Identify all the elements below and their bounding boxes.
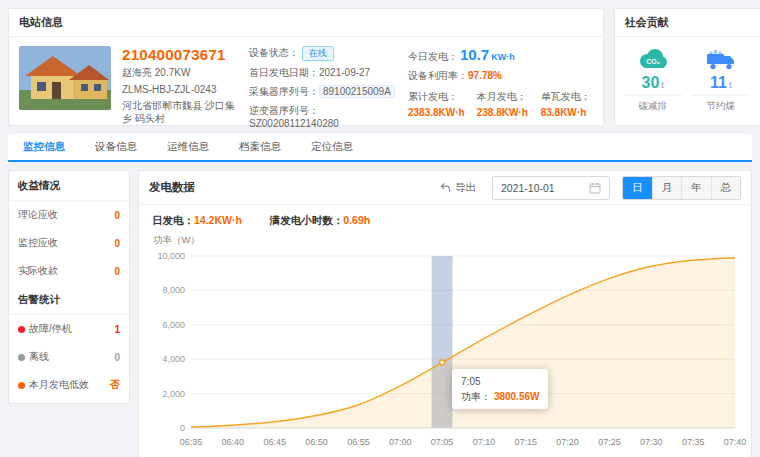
social-value: 30t xyxy=(624,74,682,92)
station-address: 河北省邯郸市魏县 沙口集乡 码头村 xyxy=(122,100,238,125)
tabs: 监控信息设备信息运维信息档案信息定位信息 xyxy=(8,134,752,162)
period-button-日[interactable]: 日 xyxy=(623,177,652,199)
tab-运维信息[interactable]: 运维信息 xyxy=(152,134,224,160)
svg-text:07:30: 07:30 xyxy=(640,437,663,447)
chart-area: 02,0004,0006,0008,00010,00006:3506:4006:… xyxy=(145,248,749,454)
today-gen-unit: KW·h xyxy=(491,52,515,62)
side-item-label: 本月发电低效 xyxy=(29,378,110,392)
status-dot-icon xyxy=(18,354,25,361)
social-unit: t xyxy=(661,80,664,90)
content-row: 收益情况理论应收0监控应收0实际收款0告警统计故障/停机1离线0本月发电低效否 … xyxy=(8,170,752,457)
power-curve-chart[interactable]: 02,0004,0006,0008,00010,00006:3506:4006:… xyxy=(145,248,749,452)
today-gen-value: 10.7 xyxy=(460,46,489,63)
station-status-col: 设备状态： 在线 首日发电日期：2021-09-27 采集器序列号：891002… xyxy=(249,46,397,129)
svg-text:07:15: 07:15 xyxy=(515,437,538,447)
status-dot-icon xyxy=(18,382,25,389)
svg-text:6,000: 6,000 xyxy=(162,320,185,330)
svg-text:06:50: 06:50 xyxy=(305,437,328,447)
side-item-value: 0 xyxy=(114,352,120,363)
social-item-0: CO₂30t碳减排 xyxy=(624,46,682,113)
chart-stat-0: 日发电：14.2KW·h xyxy=(152,214,242,228)
svg-text:07:05: 07:05 xyxy=(431,437,454,447)
station-identity: 210400073671 赵海亮 20.7KW ZLMS-HBJ-ZJL-024… xyxy=(122,46,238,129)
generation-total-label: 本月发电： xyxy=(477,90,529,104)
side-item-label: 离线 xyxy=(29,350,114,364)
chart-stat-label: 满发电小时数： xyxy=(270,214,344,226)
svg-text:07:25: 07:25 xyxy=(598,437,621,447)
svg-text:07:35: 07:35 xyxy=(682,437,705,447)
chart-header: 发电数据 导出 2021-10-01 日月年总 xyxy=(139,171,751,205)
period-button-月[interactable]: 月 xyxy=(652,177,682,199)
export-icon xyxy=(440,182,451,193)
svg-text:07:10: 07:10 xyxy=(473,437,496,447)
tab-监控信息[interactable]: 监控信息 xyxy=(8,134,80,160)
status-badge: 在线 xyxy=(302,46,334,61)
side-item-1-2: 本月发电低效否 xyxy=(9,371,129,399)
social-panel-title: 社会贡献 xyxy=(615,9,760,37)
social-value: 11t xyxy=(692,74,750,92)
station-owner: 赵海亮 20.7KW xyxy=(122,67,238,80)
first-gen-row: 首日发电日期：2021-09-27 xyxy=(249,66,397,80)
period-toggle: 日月年总 xyxy=(622,176,741,200)
station-info-panel: 电站信息 xyxy=(8,8,604,126)
station-panel-title: 电站信息 xyxy=(9,9,603,37)
social-unit: t xyxy=(729,80,732,90)
side-panel: 收益情况理论应收0监控应收0实际收款0告警统计故障/停机1离线0本月发电低效否 xyxy=(8,170,130,404)
y-axis-title: 功率（W） xyxy=(139,230,751,248)
today-gen-row: 今日发电：10.7KW·h xyxy=(408,46,593,64)
collector-row: 采集器序列号：89100215009A xyxy=(249,85,397,99)
svg-text:8,000: 8,000 xyxy=(162,285,185,295)
chart-stat-value: 0.69h xyxy=(343,214,370,226)
svg-text:06:55: 06:55 xyxy=(347,437,370,447)
tab-设备信息[interactable]: 设备信息 xyxy=(80,134,152,160)
device-status-row: 设备状态： 在线 xyxy=(249,46,397,61)
social-contribution-panel: 社会贡献 CO₂30t碳减排11t节约煤SO₂20t硫减排 xyxy=(614,8,760,126)
inverter-label: 逆变器序列号： xyxy=(249,105,319,116)
svg-text:06:40: 06:40 xyxy=(222,437,245,447)
chart-title: 发电数据 xyxy=(149,180,195,195)
export-button[interactable]: 导出 xyxy=(440,181,476,195)
station-model: ZLMS-HBJ-ZJL-0243 xyxy=(122,84,238,97)
chart-stat-label: 日发电： xyxy=(152,214,194,226)
svg-text:CO₂: CO₂ xyxy=(646,58,660,65)
generation-totals: 累计发电：2383.8KW·h本月发电：238.8KW·h单瓦发电：83.8KW… xyxy=(408,90,593,118)
period-button-年[interactable]: 年 xyxy=(681,177,711,199)
svg-text:07:20: 07:20 xyxy=(556,437,579,447)
side-item-label: 理论应收 xyxy=(18,208,114,222)
inverter-sn: SZ00208112140280 xyxy=(249,118,339,129)
utilization-row: 设备利用率：97.78% xyxy=(408,69,593,83)
social-items: CO₂30t碳减排11t节约煤SO₂20t硫减排 xyxy=(615,37,760,113)
social-label: 节约煤 xyxy=(692,95,750,113)
generation-total-2: 单瓦发电：83.8KW·h xyxy=(541,90,593,118)
chart-stat-value: 14.2KW·h xyxy=(194,214,242,226)
svg-text:4,000: 4,000 xyxy=(162,354,185,364)
side-item-value: 0 xyxy=(114,238,120,249)
calendar-icon xyxy=(589,182,601,194)
side-item-0-1: 监控应收0 xyxy=(9,229,129,257)
top-row: 电站信息 xyxy=(8,8,752,126)
social-item-1: 11t节约煤 xyxy=(692,46,750,113)
device-status-label: 设备状态： xyxy=(249,47,299,58)
side-item-1-0: 故障/停机1 xyxy=(9,315,129,343)
side-item-value: 0 xyxy=(114,266,120,277)
co2-cloud-icon: CO₂ xyxy=(624,46,682,72)
date-picker[interactable]: 2021-10-01 xyxy=(492,176,610,200)
tab-档案信息[interactable]: 档案信息 xyxy=(224,134,296,160)
side-item-value: 否 xyxy=(110,378,120,392)
date-value: 2021-10-01 xyxy=(501,182,555,194)
tab-定位信息[interactable]: 定位信息 xyxy=(296,134,368,160)
side-item-0-0: 理论应收0 xyxy=(9,201,129,229)
period-button-总[interactable]: 总 xyxy=(711,177,741,199)
coal-truck-icon xyxy=(692,46,750,72)
generation-data-panel: 发电数据 导出 2021-10-01 日月年总 日发电：14.2KW·h满发电小… xyxy=(138,170,752,457)
generation-total-1: 本月发电：238.8KW·h xyxy=(477,90,529,118)
export-label: 导出 xyxy=(455,181,476,195)
collector-label: 采集器序列号： xyxy=(249,86,319,97)
page: 电站信息 xyxy=(0,0,760,457)
chart-stats-row: 日发电：14.2KW·h满发电小时数：0.69h xyxy=(139,205,751,230)
utilization-value: 97.78% xyxy=(468,70,502,81)
collector-sn: 89100215009A xyxy=(319,85,395,98)
generation-total-value: 83.8KW·h xyxy=(541,107,593,118)
station-photo xyxy=(19,46,111,110)
svg-text:07:40: 07:40 xyxy=(724,437,747,447)
